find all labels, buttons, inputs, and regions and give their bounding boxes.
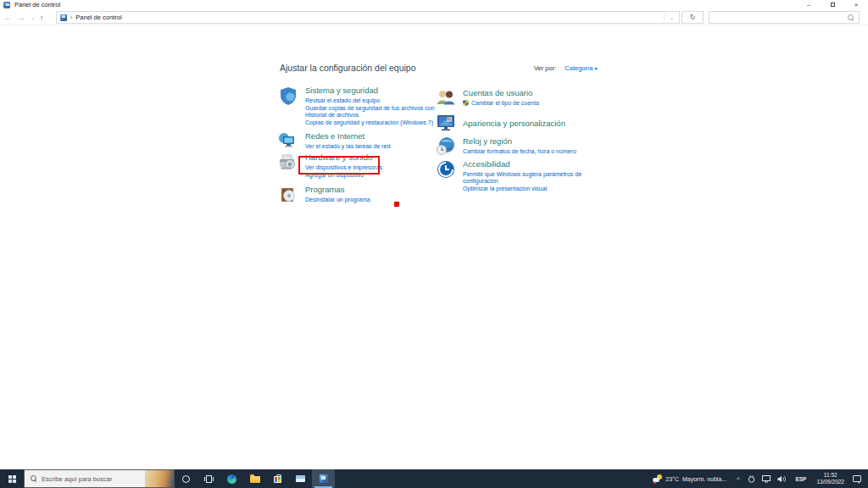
category-clock-region: Reloj y región Cambiar formatos de fecha… — [436, 136, 588, 157]
task-view-button[interactable] — [198, 469, 220, 488]
category-title[interactable]: Programas — [305, 185, 439, 194]
weather-condition: Mayorm. nubla... — [682, 476, 726, 482]
view-by-label: Ver por: — [534, 64, 556, 72]
control-panel-home: Ajustar la configuración del equipo Ver … — [0, 25, 868, 469]
breadcrumb-separator: › — [70, 14, 72, 20]
address-bar[interactable]: › Panel de control ⌄ — [56, 11, 680, 24]
refresh-button[interactable]: ↻ — [682, 11, 704, 24]
category-title[interactable]: Redes e Internet — [305, 131, 439, 141]
window-titlebar: Panel de control – × — [0, 0, 868, 9]
category-user-accounts: Cuentas de usuario Cambiar el tipo de cu… — [436, 88, 588, 108]
maximize-icon — [831, 3, 835, 7]
network-tray-button[interactable] — [762, 475, 771, 483]
taskbar: Escribe aquí para buscar 23°C Mayorm. nu… — [0, 469, 868, 488]
clock-date: 13/09/2022 — [816, 479, 844, 485]
category-link[interactable]: Desinstalar un programa — [305, 197, 439, 204]
cortana-button[interactable] — [175, 469, 198, 488]
shield-icon[interactable] — [278, 86, 298, 106]
search-icon — [848, 14, 854, 21]
mail-icon — [296, 475, 305, 482]
windows-logo-icon — [8, 475, 16, 483]
annotation-red-dot — [394, 202, 399, 207]
up-button[interactable]: ↑ — [36, 14, 47, 22]
category-title[interactable]: Reloj y región — [463, 136, 588, 146]
programs-icon[interactable] — [278, 185, 298, 205]
category-link[interactable]: Ver el estado y las tareas de red — [305, 143, 439, 151]
ease-of-access-icon[interactable] — [436, 159, 456, 180]
category-link[interactable]: Copias de seguridad y restauración (Wind… — [305, 119, 439, 127]
file-explorer-button[interactable] — [243, 469, 266, 488]
category-link[interactable]: Cambiar formatos de fecha, hora o número — [463, 148, 588, 156]
cortana-icon — [182, 475, 190, 483]
category-link[interactable]: Optimizar la presentación visual — [463, 186, 588, 193]
folder-icon — [250, 476, 260, 484]
explorer-search-box[interactable] — [709, 11, 860, 24]
explorer-toolbar: ← → ⌄ ↑ › Panel de control ⌄ ↻ — [0, 9, 868, 25]
network-icon — [762, 475, 771, 483]
search-input[interactable] — [709, 12, 848, 23]
category-link[interactable]: Revisar el estado del equipo — [305, 97, 439, 105]
category-title[interactable]: Apariencia y personalización — [463, 119, 588, 128]
store-icon — [274, 476, 281, 483]
category-title[interactable]: Sistema y seguridad — [305, 86, 439, 95]
taskbar-search-placeholder: Escribe aquí para buscar — [42, 475, 145, 483]
category-appearance-personalization: Apariencia y personalización — [436, 113, 588, 133]
chevron-down-icon[interactable]: ▾ — [594, 66, 597, 71]
network-icon[interactable] — [278, 131, 298, 152]
address-dropdown-icon[interactable]: ⌄ — [664, 12, 679, 23]
control-panel-taskbar-button[interactable] — [312, 469, 335, 488]
category-link-label: Cambiar el tipo de cuenta — [471, 100, 539, 108]
category-link[interactable]: Cambiar el tipo de cuenta — [463, 100, 588, 108]
taskbar-search-box[interactable]: Escribe aquí para buscar — [24, 469, 175, 488]
tray-circle-icon — [748, 475, 755, 483]
search-icon — [31, 475, 37, 482]
maximize-button[interactable] — [821, 0, 844, 9]
forward-button[interactable]: → — [14, 14, 29, 22]
category-network-internet: Redes e Internet Ver el estado y las tar… — [278, 131, 439, 152]
volume-tray-button[interactable] — [777, 475, 787, 483]
window-title: Panel de control — [14, 1, 60, 8]
clock-time: 11:52 — [816, 472, 844, 479]
taskbar-clock[interactable]: 11:52 13/09/2022 — [816, 472, 844, 485]
edge-button[interactable] — [220, 469, 243, 488]
mail-button[interactable] — [289, 469, 312, 488]
recent-locations-dropdown[interactable]: ⌄ — [29, 14, 36, 20]
control-panel-icon — [3, 2, 10, 8]
printer-icon[interactable] — [278, 152, 298, 173]
minimize-button[interactable]: – — [797, 0, 821, 9]
uac-shield-icon — [463, 100, 469, 106]
task-view-icon — [204, 475, 214, 483]
back-button[interactable]: ← — [0, 14, 14, 22]
category-programs: Programas Desinstalar un programa — [278, 185, 439, 205]
language-indicator[interactable]: ESP — [795, 476, 806, 482]
category-title[interactable]: Cuentas de usuario — [463, 88, 588, 97]
breadcrumb-control-panel-icon — [60, 14, 67, 21]
category-ease-of-access: Accesibilidad Permitir que Windows sugie… — [436, 159, 588, 193]
weather-icon — [653, 474, 662, 483]
show-hidden-icons-button[interactable]: ^ — [737, 476, 739, 482]
desktop-screen: Panel de control – × ← → ⌄ ↑ › Panel de … — [0, 0, 868, 488]
breadcrumb[interactable]: Panel de control — [75, 14, 121, 21]
page-title: Ajustar la configuración del equipo — [280, 63, 416, 73]
start-button[interactable] — [0, 469, 24, 488]
clock-region-icon[interactable] — [436, 136, 456, 157]
store-button[interactable] — [266, 469, 289, 488]
category-title[interactable]: Accesibilidad — [463, 159, 588, 169]
tray-app-button[interactable] — [748, 475, 755, 483]
edge-icon — [227, 474, 236, 484]
weather-widget[interactable]: 23°C Mayorm. nubla... — [653, 474, 726, 483]
category-link[interactable]: Permitir que Windows sugiera parámetros … — [463, 171, 588, 186]
annotation-highlight-rectangle — [298, 156, 380, 175]
category-system-security: Sistema y seguridad Revisar el estado de… — [278, 86, 439, 127]
view-by-dropdown[interactable]: Categoría — [565, 64, 593, 72]
view-by-control: Ver por: Categoría ▾ — [534, 64, 597, 72]
speaker-icon — [777, 475, 787, 483]
category-link[interactable]: Guardar copias de seguridad de tus archi… — [305, 105, 439, 119]
action-center-button[interactable] — [853, 475, 861, 482]
users-icon[interactable] — [436, 88, 456, 108]
close-button[interactable]: × — [844, 0, 868, 9]
weather-temp: 23°C — [665, 476, 679, 482]
search-highlight-image[interactable] — [145, 469, 174, 488]
control-panel-icon — [320, 474, 328, 483]
personalization-icon[interactable] — [436, 113, 456, 133]
